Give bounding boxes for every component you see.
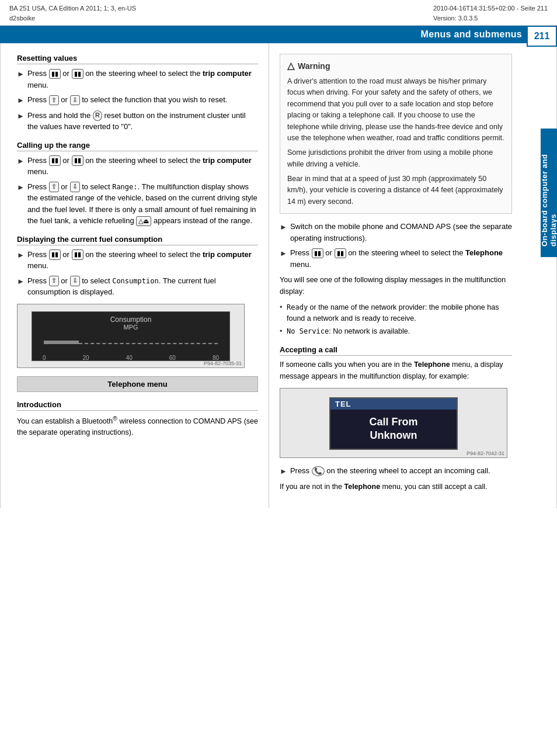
bullet-arrow-icon: ► — [17, 68, 25, 80]
bullet-arrow-icon: ► — [17, 249, 25, 261]
btn-icon: ⇧ — [49, 276, 59, 286]
warning-para-1: A driver's attention to the road must al… — [287, 76, 504, 144]
bullet-arrow-icon: ► — [17, 276, 25, 287]
list-item-text: Press ⇧ or ⇩ to select Range:. The multi… — [27, 181, 258, 227]
page-number: 211 — [527, 26, 557, 47]
refuel-icon: △⏏ — [136, 216, 151, 226]
btn-icon: ▮▮ — [312, 248, 323, 258]
side-tab: On-board computer and displays — [541, 129, 557, 257]
resetting-values-list: ► Press ▮▮ or ▮▮ on the steering wheel t… — [17, 68, 258, 133]
fuel-consumption-list: ► Press ▮▮ or ▮▮ on the steering wheel t… — [17, 249, 258, 298]
header-line1: BA 251 USA, CA Edition A 2011; 1; 3, en-… — [9, 4, 136, 13]
consumption-image: Consumption MPG 0 20 40 60 80 P94-82-703… — [17, 304, 245, 368]
resetting-values-heading: Resetting values — [17, 54, 258, 64]
right-column: △ Warning A driver's attention to the ro… — [269, 43, 541, 508]
main-content: Resetting values ► Press ▮▮ or ▮▮ on the… — [0, 43, 557, 508]
tel-line2: Unknown — [370, 429, 417, 441]
bullet-arrow-icon: ► — [17, 155, 25, 167]
list-item: ► Switch on the mobile phone and COMAND … — [280, 221, 512, 244]
header-right: 2010-04-16T14:31:55+02:00 - Seite 211 Ve… — [433, 4, 548, 23]
tel-inner-display: TEL Call From Unknown — [329, 397, 458, 450]
scale-40: 40 — [126, 355, 133, 361]
header-right-line1: 2010-04-16T14:31:55+02:00 - Seite 211 — [433, 4, 548, 13]
header: BA 251 USA, CA Edition A 2011; 1; 3, en-… — [0, 0, 557, 26]
btn-icon: ▮▮ — [72, 249, 83, 259]
tel-header: TEL — [330, 398, 457, 410]
photo-ref: P94-82-7035-31 — [204, 360, 242, 366]
title-bar-wrapper: Menus and submenus 211 — [0, 26, 557, 43]
list-item: Ready or the name of the network provide… — [280, 302, 512, 324]
display-messages-list: Ready or the name of the network provide… — [280, 302, 512, 337]
warning-triangle-icon: △ — [287, 60, 294, 71]
list-item: ► Press 📞 on the steering wheel to accep… — [280, 465, 512, 477]
display-messages-intro: You will see one of the following displa… — [280, 275, 512, 297]
introduction-text: You can establish a Bluetooth® wireless … — [17, 414, 258, 439]
tel-line1: Call From — [369, 416, 417, 428]
calling-up-range-heading: Calling up the range — [17, 141, 258, 151]
btn-icon: ▮▮ — [72, 155, 83, 165]
phone-btn-icon: 📞 — [312, 466, 325, 476]
warning-para-2: Some jurisdictions prohibit the driver f… — [287, 147, 504, 170]
btn-icon: ⇧ — [49, 182, 59, 192]
consumption-unit: MPG — [38, 324, 224, 331]
consumption-title: Consumption — [38, 315, 224, 324]
bullet-arrow-icon: ► — [280, 248, 287, 259]
calling-up-range-list: ► Press ▮▮ or ▮▮ on the steering wheel t… — [17, 155, 258, 227]
header-line2: d2sboike — [9, 13, 136, 23]
introduction-heading: Introduction — [17, 400, 258, 411]
header-right-line2: Version: 3.0.3.5 — [433, 13, 548, 23]
consumption-scale: 0 20 40 60 80 — [38, 355, 224, 361]
warning-title: △ Warning — [287, 60, 504, 71]
tel-call-text: Call From Unknown — [369, 415, 417, 443]
list-item: ► Press ▮▮ or ▮▮ on the steering wheel t… — [280, 247, 512, 270]
fuel-consumption-heading: Displaying the current fuel consumption — [17, 235, 258, 245]
btn-icon: ▮▮ — [49, 249, 61, 259]
list-item: ► Press ▮▮ or ▮▮ on the steering wheel t… — [17, 155, 258, 178]
tel-body: Call From Unknown — [330, 410, 457, 449]
list-item-text: Press ⇧ or ⇩ to select the function that… — [27, 94, 258, 106]
bullet-arrow-icon: ► — [17, 110, 25, 122]
header-left: BA 251 USA, CA Edition A 2011; 1; 3, en-… — [9, 4, 136, 23]
tel-display-image: TEL Call From Unknown P94-82-7042-31 — [280, 388, 507, 458]
bullet-arrow-icon: ► — [280, 221, 287, 233]
list-item-text: Switch on the mobile phone and COMAND AP… — [290, 221, 512, 244]
consumption-display: Consumption MPG 0 20 40 60 80 — [32, 311, 230, 361]
list-item-text: Press ⇧ or ⇩ to select Consumption. The … — [27, 275, 258, 298]
telephone-menu-bar: Telephone menu — [17, 376, 258, 392]
page-title: Menus and submenus — [421, 29, 522, 40]
bullet-arrow-icon: ► — [280, 466, 287, 477]
consumption-bar — [44, 341, 79, 344]
btn-icon: ⇩ — [70, 182, 80, 192]
list-item-text: Press and hold the R reset button on the… — [27, 110, 258, 133]
list-item: ► Press ▮▮ or ▮▮ on the steering wheel t… — [17, 68, 258, 91]
final-text: If you are not in the Telephone menu, yo… — [280, 481, 512, 493]
btn-icon: ▮▮ — [72, 69, 83, 79]
list-item: ► Press ⇧ or ⇩ to select the function th… — [17, 94, 258, 106]
accepting-call-intro: If someone calls you when you are in the… — [280, 359, 512, 382]
scale-0: 0 — [43, 355, 46, 361]
list-item: ► Press and hold the R reset button on t… — [17, 110, 258, 133]
btn-icon: ⇩ — [70, 95, 80, 105]
warning-box: △ Warning A driver's attention to the ro… — [280, 54, 512, 214]
btn-icon: ⇩ — [70, 276, 80, 286]
title-bar: Menus and submenus 211 — [0, 26, 557, 43]
after-warning-list: ► Switch on the mobile phone and COMAND … — [280, 221, 512, 270]
list-item-text: Press ▮▮ or ▮▮ on the steering wheel to … — [27, 249, 258, 272]
warning-label: Warning — [298, 61, 330, 71]
list-item: ► Press ⇧ or ⇩ to select Consumption. Th… — [17, 275, 258, 298]
list-item: ► Press ⇧ or ⇩ to select Range:. The mul… — [17, 181, 258, 227]
btn-icon: ▮▮ — [49, 69, 61, 79]
left-column: Resetting values ► Press ▮▮ or ▮▮ on the… — [1, 43, 269, 508]
scale-60: 60 — [169, 355, 176, 361]
warning-text: A driver's attention to the road must al… — [287, 76, 504, 207]
list-item-text: Press 📞 on the steering wheel to accept … — [290, 465, 512, 477]
list-item-text: Press ▮▮ or ▮▮ on the steering wheel to … — [290, 247, 512, 270]
list-item: No Service: No network is available. — [280, 326, 512, 337]
warning-para-3: Bear in mind that at a speed of just 30 … — [287, 174, 504, 207]
consumption-bar-area — [38, 332, 224, 353]
btn-icon: ⇧ — [49, 95, 59, 105]
btn-icon-round: R — [93, 110, 102, 120]
btn-icon: ▮▮ — [335, 248, 346, 258]
list-item-text: Press ▮▮ or ▮▮ on the steering wheel to … — [27, 68, 258, 91]
bullet-arrow-icon: ► — [17, 182, 25, 193]
